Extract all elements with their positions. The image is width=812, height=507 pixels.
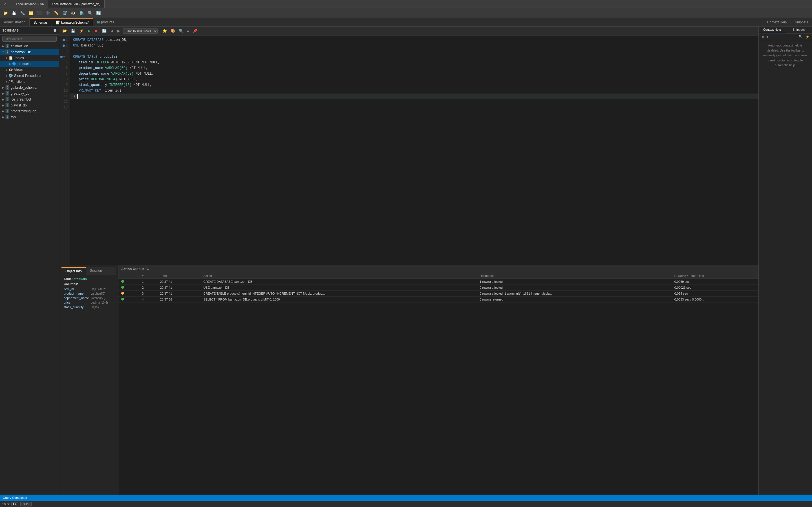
snippet-btn[interactable]: 📌: [192, 28, 199, 34]
code-line-9: stock_quantity INTEGER(15) NOT NULL,: [70, 82, 758, 88]
sidebar-item-functions[interactable]: ▶ f Functions: [0, 78, 59, 84]
sidebar-item-tables[interactable]: ▼ 📋 Tables: [0, 55, 59, 61]
line-9: 9: [59, 82, 70, 88]
edit-table-button[interactable]: ✏️: [52, 10, 60, 16]
refresh-btn[interactable]: 🔄: [101, 28, 108, 34]
col-action: Action: [200, 273, 477, 279]
sidebar-item-views[interactable]: ▶ 👁️ Views: [0, 67, 59, 73]
tab-bar: Administration Schemas 📝 bamazonSchema* …: [0, 18, 812, 26]
views-icon: 👁️: [8, 68, 13, 72]
schema-button[interactable]: 🔧: [18, 10, 26, 16]
code-line-8: price DECIMAL(10,4) NOT NULL,: [70, 76, 758, 82]
sidebar-item-bamazon-db[interactable]: ▼ 🗄️ bamazon_DB: [0, 49, 59, 55]
tab-bamazon-schema[interactable]: 📝 bamazonSchema*: [52, 18, 93, 26]
sidebar-item-stored-procedures[interactable]: ▶ ⚙️ Stored Procedures: [0, 73, 59, 78]
ch-search-btn[interactable]: 🔍: [797, 34, 804, 39]
home-tab[interactable]: ⌂: [0, 0, 12, 8]
prev-btn[interactable]: ◀: [109, 28, 115, 34]
bottom-bar: 100% ⬆⬇ 3:11: [0, 501, 812, 507]
tab-products[interactable]: ⊞ products: [93, 18, 118, 26]
tab-schemas[interactable]: Schemas: [30, 18, 52, 26]
fold-marker-4[interactable]: ⊖: [63, 54, 65, 60]
expand-arrow-sys: ▶: [1, 116, 5, 119]
ch-next-btn[interactable]: ▶: [765, 34, 770, 39]
save-button[interactable]: 💾: [10, 10, 18, 16]
new-schema-button[interactable]: 🗂️: [27, 10, 35, 16]
limit-select[interactable]: Limit to 1000 rows Limit to 500 rows No …: [123, 28, 158, 34]
filter-input[interactable]: [2, 36, 57, 42]
procedure-button[interactable]: ⚙️: [78, 10, 86, 16]
row-duration: 0.0053 sec / 0.0000...: [672, 297, 758, 302]
code-line-10: PRIMARY KEY (item_id): [70, 88, 758, 94]
sidebar-item-greatbay[interactable]: ▶ 🗄️ greatbay_db: [0, 91, 59, 96]
row-duration: 0.024 sec: [672, 291, 758, 297]
sidebar-filter-container: [0, 35, 59, 43]
ch-prev-btn[interactable]: ◀: [760, 34, 765, 39]
view-button[interactable]: 👁️: [69, 10, 77, 16]
sidebar-item-animals-db[interactable]: ▶ 🗄️ animals_db: [0, 43, 59, 49]
execute-selection-btn[interactable]: ▶: [86, 28, 92, 34]
execute-btn[interactable]: ⚡: [78, 28, 85, 34]
expand-arrow-bamazon: ▼: [1, 51, 5, 54]
delete-table-button[interactable]: 🗑️: [61, 10, 68, 16]
table-row: 2 20:37:41 USE bamazon_DB 0 row(s) affec…: [118, 285, 758, 291]
tab-context-help[interactable]: Context Help: [763, 20, 791, 24]
col-status: [118, 273, 139, 279]
local-instance-label: Local instance 3306: [16, 2, 44, 6]
search-button[interactable]: 🔍: [86, 10, 94, 16]
stop-btn[interactable]: ⏹: [93, 28, 100, 34]
next-btn[interactable]: ▶: [116, 28, 121, 34]
sidebar-item-programming[interactable]: ▶ 🗄️ programming_db: [0, 108, 59, 114]
tab-bamazon-schema-label: bamazonSchema*: [61, 20, 89, 24]
line-numbers: 1 2 3 ⊖4 5 6 7 8 9 10 11 12 13: [59, 36, 70, 265]
sidebar-actions[interactable]: ⊕: [53, 28, 57, 33]
reconnect-button[interactable]: 🔄: [95, 10, 102, 16]
zoom-stepper[interactable]: ⬆⬇: [11, 502, 18, 506]
sort-icon[interactable]: ⇅: [146, 267, 149, 271]
sidebar-item-gallardo[interactable]: ▶ 🗄️ gallardo_schema: [0, 84, 59, 91]
line-11: 11: [59, 94, 70, 99]
context-help-tab[interactable]: Context Help: [759, 26, 785, 33]
icecream-db-label: ice_creamDB: [11, 98, 31, 101]
zoom-control: 100% ⬆⬇: [2, 502, 18, 506]
find-btn[interactable]: 🔍: [177, 28, 185, 34]
ch-toggle-btn[interactable]: ⚡: [804, 34, 811, 39]
bamazon-db-tab[interactable]: Local instance 3306 (bamazon_db): [48, 0, 105, 8]
code-content[interactable]: CREATE DATABASE bamazon_DB; USE bamazon_…: [70, 36, 758, 265]
title-bar: ⌂ Local instance 3306 Local instance 330…: [0, 0, 812, 8]
sidebar-item-icecream[interactable]: ▶ 🗄️ ice_creamDB: [0, 96, 59, 102]
format-btn[interactable]: 🎨: [169, 28, 176, 34]
sys-label: sys: [11, 115, 16, 119]
expand-arrow-programming: ▶: [1, 110, 5, 113]
session-tab[interactable]: Session: [86, 267, 106, 275]
open-file-btn[interactable]: 📂: [61, 28, 68, 34]
row-time: 20:37:56: [157, 297, 200, 302]
output-table: # Time Action Response Duration / Fetch …: [118, 273, 758, 302]
tab-administration[interactable]: Administration: [0, 18, 30, 26]
sidebar-item-sys[interactable]: ▶ 🗄️ sys: [0, 114, 59, 120]
context-help-panel: Context Help Snippets ◀ ▶ 🔍 ⚡ Automatic …: [758, 26, 812, 495]
line-10: 10: [59, 88, 70, 94]
line-2: 2: [59, 43, 70, 48]
object-info-tab[interactable]: Object Info: [61, 267, 86, 275]
row-status: [118, 279, 139, 285]
line-12: 12: [59, 99, 70, 105]
expand-arrow-playlist: ▶: [1, 104, 5, 107]
tab-snippets[interactable]: Snippets: [791, 20, 812, 24]
wrap-btn[interactable]: ≡: [186, 28, 191, 34]
code-editor[interactable]: 1 2 3 ⊖4 5 6 7 8 9 10 11 12 13 CREATE DA…: [59, 36, 758, 265]
snippets-tab[interactable]: Snippets: [785, 26, 812, 33]
local-instance-tab[interactable]: Local instance 3306: [12, 0, 48, 8]
sidebar-item-playlist[interactable]: ▶ 🗄️ playlist_db: [0, 102, 59, 108]
table-button[interactable]: ⬛: [36, 10, 43, 16]
bookmark-btn[interactable]: ⭐: [161, 28, 168, 34]
sidebar-item-products[interactable]: ▶ 🔷 products: [0, 61, 59, 67]
save-file-btn[interactable]: 💾: [69, 28, 77, 34]
tables-icon: 📋: [8, 56, 13, 60]
add-table-button[interactable]: ➕: [44, 10, 52, 16]
code-line-12: [70, 99, 758, 105]
views-label: Views: [14, 68, 23, 72]
line-13: 13: [59, 105, 70, 110]
col-item-id: item_id int(11) AI PK: [64, 287, 114, 291]
open-button[interactable]: 📁: [2, 10, 9, 16]
